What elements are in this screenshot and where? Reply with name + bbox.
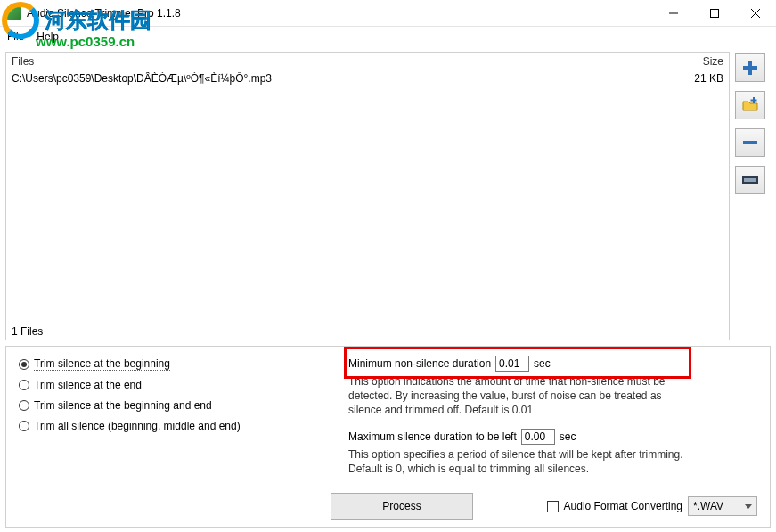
add-folder-button[interactable] [735, 91, 765, 119]
unit-sec: sec [534, 357, 551, 370]
max-silence-input[interactable] [521, 429, 555, 445]
close-button[interactable] [735, 0, 776, 27]
file-size-cell: 21 KB [670, 72, 723, 85]
radio-trim-all[interactable]: Trim all silence (beginning, middle and … [19, 420, 348, 432]
min-nonsilence-label: Minimum non-silence duration [348, 357, 491, 370]
window-controls [653, 0, 776, 26]
clear-button[interactable] [735, 166, 765, 194]
window-title: Audio Silence Trimmer Pro 1.1.8 [27, 7, 653, 20]
min-nonsilence-input[interactable] [495, 356, 529, 372]
col-header-files[interactable]: Files [12, 55, 670, 68]
menu-file[interactable]: File [7, 30, 24, 43]
radio-trim-both[interactable]: Trim silence at the beginning and end [19, 399, 348, 412]
unit-sec: sec [560, 430, 576, 443]
radio-trim-beginning[interactable]: Trim silence at the beginning [19, 357, 348, 371]
folder-plus-icon [741, 96, 759, 114]
format-convert-label: Audio Format Converting [564, 500, 682, 512]
svg-rect-10 [744, 178, 756, 182]
radio-label: Trim silence at the beginning [34, 357, 170, 371]
col-header-size[interactable]: Size [670, 55, 723, 68]
max-silence-desc: This option specifies a period of silenc… [348, 447, 696, 476]
menu-help[interactable]: Help [37, 30, 59, 43]
svg-rect-5 [743, 66, 757, 70]
plus-icon [741, 59, 759, 77]
svg-rect-1 [711, 10, 719, 18]
maximize-button[interactable] [694, 0, 735, 27]
settings-panel: Trim silence at the beginning Trim silen… [5, 346, 771, 528]
radio-label: Trim silence at the end [34, 379, 142, 391]
radio-label: Trim silence at the beginning and end [34, 399, 212, 412]
menu-bar: File Help [0, 27, 776, 46]
svg-rect-7 [751, 100, 757, 102]
format-select[interactable]: *.WAV [688, 496, 757, 516]
minus-dark-icon [741, 171, 759, 189]
remove-button[interactable] [735, 128, 765, 157]
side-buttons [735, 52, 771, 340]
min-nonsilence-desc: This option indications the amount of ti… [348, 374, 696, 418]
format-convert-checkbox[interactable] [547, 501, 559, 512]
minimize-button[interactable] [653, 0, 694, 27]
radio-label: Trim all silence (beginning, middle and … [34, 420, 241, 432]
max-silence-label: Maximum silence duration to be left [348, 430, 517, 443]
svg-rect-8 [743, 141, 757, 144]
process-button[interactable]: Process [331, 493, 473, 520]
title-bar: Audio Silence Trimmer Pro 1.1.8 [0, 0, 776, 27]
file-path-cell: C:\Users\pc0359\Desktop\ÐÂÈÓÆµ\ºÓ¶«Èí¼þÔ… [12, 72, 670, 85]
table-row[interactable]: C:\Users\pc0359\Desktop\ÐÂÈÓÆµ\ºÓ¶«Èí¼þÔ… [6, 70, 729, 86]
format-selected-value: *.WAV [693, 500, 723, 512]
radio-trim-end[interactable]: Trim silence at the end [19, 379, 348, 391]
minus-icon [741, 134, 759, 151]
add-file-button[interactable] [735, 53, 765, 82]
file-list-panel: Files Size C:\Users\pc0359\Desktop\ÐÂÈÓÆ… [5, 52, 730, 340]
file-count-label: 1 Files [6, 323, 729, 340]
app-icon [7, 6, 21, 20]
chevron-down-icon [745, 504, 752, 509]
file-list[interactable]: C:\Users\pc0359\Desktop\ÐÂÈÓÆµ\ºÓ¶«Èí¼þÔ… [6, 70, 729, 323]
